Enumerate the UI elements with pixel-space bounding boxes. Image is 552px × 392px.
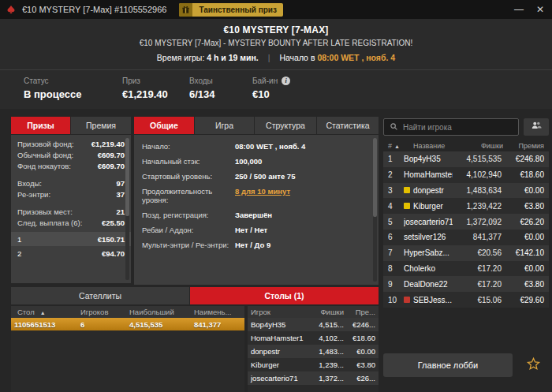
ranking-row[interactable]: 6 setsilver126 841,377 €0.00 xyxy=(383,230,549,245)
info-row-level-duration: Продолжительность уровня: 8 для 10 минут xyxy=(142,187,371,204)
row-value: Нет / Нет xyxy=(235,226,267,234)
tournament-header: €10 MYSTERY [7-MAX] €10 MYSTERY [7-Max] … xyxy=(0,19,552,69)
col-chips[interactable]: Фишки xyxy=(308,308,347,316)
row-label: Ребаи / Аддон: xyxy=(142,226,235,234)
rank: 1 xyxy=(388,155,404,163)
rank: 10 xyxy=(388,296,404,304)
ranking-row[interactable]: 4 Kiburger 1,239,422 €3.80 xyxy=(383,198,549,214)
col-smallest[interactable]: Наимень... xyxy=(191,308,244,316)
col-chips[interactable]: Фишки xyxy=(454,142,503,150)
col-players[interactable]: Игроков xyxy=(77,308,126,316)
player-premium: €26.20 xyxy=(502,218,544,226)
badge-label: Таинственный приз xyxy=(192,6,282,14)
ranking-row[interactable]: 8 Cholerko €17.20 €0.00 xyxy=(383,261,549,277)
payout-list: 1 €150.71 2 €94.70 xyxy=(11,232,131,260)
tab-general[interactable]: Общие xyxy=(134,117,194,134)
player-premium: €3.80 xyxy=(502,202,544,211)
scrollbar[interactable] xyxy=(373,138,377,282)
row-value: €25.50 xyxy=(102,218,125,227)
ranking-row[interactable]: 9 DealDone22 €17.20 €3.80 xyxy=(383,276,549,292)
col-largest[interactable]: Наибольший xyxy=(126,308,191,316)
tab-tables[interactable]: Столы (1) xyxy=(190,287,379,304)
row-value: 100,000 xyxy=(235,157,262,166)
row-label: След. выплата (6): xyxy=(17,218,82,227)
ranking-row[interactable]: 5 josecarterio71 1,372,092 €26.20 xyxy=(383,214,549,230)
payout-row[interactable]: 2 €94.70 xyxy=(11,246,131,260)
table-row-selected[interactable]: 1105651513 6 4,515,535 841,377 xyxy=(11,318,244,330)
info-row-level: Стартовый уровень: 250 / 500 анте 75 xyxy=(142,172,371,181)
ranking-table: 1 Bop4yH35 4,515,535 €246.80 2 HomaHamst… xyxy=(383,151,549,308)
player-chips: 4,515... xyxy=(308,320,347,329)
info-row-start: Начало: 08:00 WET , нояб. 4 xyxy=(142,142,371,151)
main-lobby-button[interactable]: Главное лобби xyxy=(383,353,513,377)
seated-player-row[interactable]: Bop4yH35 4,515... €246... xyxy=(248,318,379,331)
col-premium[interactable]: Пре... xyxy=(347,308,379,316)
ranking-header: #▲ Название Фишки Премия xyxy=(383,140,549,151)
seated-player-row[interactable]: HomaHamster1 4,102... €18.60 xyxy=(248,331,379,345)
row-label: Входы: xyxy=(17,179,42,188)
favorite-button[interactable] xyxy=(517,353,549,377)
col-premium[interactable]: Премия xyxy=(503,142,544,150)
player-name: setsilver126 xyxy=(404,233,453,241)
window-title: €10 MYSTERY [7-Max] #1105552966 xyxy=(22,5,166,14)
players-list-button[interactable] xyxy=(524,118,549,136)
player-name: Bop4yH35 xyxy=(404,155,453,163)
level-duration-link[interactable]: 8 для 10 минут xyxy=(235,187,290,204)
ranking-row[interactable]: 7 HyperSabz... €20.56 €142.10 xyxy=(383,245,549,261)
regular-fund-row: Обычный фонд: €609.70 xyxy=(17,151,125,159)
rank: 3 xyxy=(388,186,404,195)
payout-row[interactable]: 1 €150.71 xyxy=(11,232,131,246)
rank: 6 xyxy=(388,233,404,241)
tournament-subtitle: €10 MYSTERY [7-Max] - MYSTERY BOUNTY AFT… xyxy=(0,39,552,47)
stat-label: Входы xyxy=(189,77,244,85)
stat-entries: Входы 6/134 xyxy=(189,77,252,109)
stat-value: В процессе xyxy=(24,88,114,100)
stat-value: €10 xyxy=(252,88,290,100)
row-label: Начальный стэк: xyxy=(142,157,235,166)
ranking-row[interactable]: 3 donpestr 1,483,634 €0.00 xyxy=(383,183,549,199)
row-label: Стартовый уровень: xyxy=(142,172,235,181)
col-table[interactable]: Стол▲ xyxy=(11,308,77,316)
table-players: 6 xyxy=(77,320,126,329)
player-name: HyperSabz... xyxy=(404,248,453,257)
col-rank[interactable]: #▲ xyxy=(388,142,404,150)
search-input[interactable] xyxy=(403,123,513,132)
tab-statistics[interactable]: Статистика xyxy=(317,117,379,134)
scrollbar[interactable] xyxy=(125,138,129,280)
knockout-fund-row: Фонд нокаутов: €609.70 xyxy=(17,162,125,170)
ranking-row[interactable]: 1 Bop4yH35 4,515,535 €246.80 xyxy=(383,151,549,167)
payout-amount: €94.70 xyxy=(102,249,125,258)
prize-fund-row: Призовой фонд: €1,219.40 xyxy=(17,140,125,148)
seated-player-row[interactable]: donpestr 1,483... €0.00 xyxy=(248,345,379,358)
table-smallest-stack: 841,377 xyxy=(191,320,244,329)
tab-bounty[interactable]: Премия xyxy=(71,117,131,134)
info-icon[interactable]: i xyxy=(282,77,290,85)
minimize-button[interactable]: — xyxy=(514,5,524,14)
player-name: donpestr xyxy=(413,186,453,195)
row-value: €1,219.40 xyxy=(91,140,125,148)
row-value: 08:00 WET , нояб. 4 xyxy=(235,142,305,151)
tab-structure[interactable]: Структура xyxy=(255,117,316,134)
table-largest-stack: 4,515,535 xyxy=(126,320,191,329)
tab-game[interactable]: Игра xyxy=(195,117,254,134)
row-label: Начало: xyxy=(142,142,235,151)
close-button[interactable]: ✕ xyxy=(536,5,544,14)
col-player[interactable]: Игрок xyxy=(248,308,308,316)
seated-player-row[interactable]: josecarterio71 1,372... €26... xyxy=(248,371,379,385)
rank: 7 xyxy=(388,248,404,257)
player-name: josecarterio71 xyxy=(404,218,453,226)
start-time: 08:00 WET xyxy=(317,53,359,62)
player-badge-icon xyxy=(404,297,410,303)
player-premium: €18.60 xyxy=(347,334,379,342)
row-value: 250 / 500 анте 75 xyxy=(235,172,295,181)
divider: | xyxy=(268,53,270,62)
player-chips: €17.20 xyxy=(453,280,502,289)
col-name[interactable]: Название xyxy=(404,142,454,150)
seated-player-row[interactable]: Kiburger 1,239... €3.80 xyxy=(248,358,379,371)
player-chips: 1,372,092 xyxy=(453,218,502,226)
search-box[interactable] xyxy=(383,118,519,136)
ranking-row[interactable]: 10 SEBJess... €15.06 €29.60 xyxy=(383,292,549,308)
tab-satellites[interactable]: Сателлиты xyxy=(11,287,189,304)
tab-prizes[interactable]: Призы xyxy=(11,117,70,134)
ranking-row[interactable]: 2 HomaHamster1 4,102,940 €18.60 xyxy=(383,167,549,183)
